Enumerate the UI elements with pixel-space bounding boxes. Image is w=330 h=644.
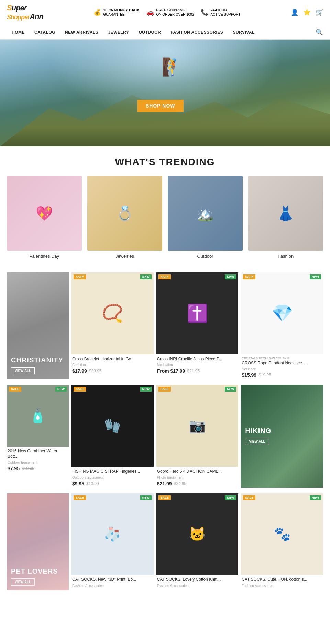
- product-cat-socks-1[interactable]: SALE NEW 🧦 CAT SOCKS. New *3D* Print. Bo…: [72, 493, 154, 590]
- sale-badge: SALE: [74, 274, 86, 279]
- product-cat-socks-3-info: CAT SOCKS. Cute, FUN, cotton s... Fashio…: [241, 575, 323, 590]
- product-cross-rope[interactable]: SALE NEW 💎 CRYSTALS FROM SWAROVSKI® CROS…: [241, 272, 323, 379]
- product-gopro-name: Gopro Hero 5 4 3 ACTION CAME...: [157, 469, 238, 474]
- pet-lovers-view-all-button[interactable]: VIEW ALL: [11, 578, 35, 586]
- product-cross-rope-prices: $15.99 $19.95: [242, 372, 322, 378]
- nav-new-arrivals[interactable]: NEW ARRIVALS: [60, 25, 103, 39]
- hero-banner: 🧗 SHOP NOW: [0, 40, 330, 146]
- trending-jewelries-img: 💍: [87, 176, 162, 251]
- product-cat-socks-1-img: SALE NEW 🧦: [72, 493, 154, 575]
- new-badge: NEW: [140, 387, 152, 392]
- header-badges: 💰 100% MONEY BACK GUARANTEE 🚗 FREE SHIPP…: [94, 8, 240, 16]
- hiking-banner[interactable]: HIKING VIEW ALL: [241, 385, 323, 487]
- christianity-view-all-button[interactable]: VIEW ALL: [11, 367, 35, 374]
- product-carabiner-info: 2016 New Carabiner Water Bott... Outdoor…: [7, 447, 69, 473]
- product-cross-bracelet-category: Christian: [72, 363, 153, 367]
- product-cat-socks-3[interactable]: SALE NEW 🐾 CAT SOCKS. Cute, FUN, cotton …: [241, 493, 323, 590]
- pet-lovers-banner-title: PET LOVERS: [11, 567, 58, 575]
- trending-fashion[interactable]: 👗 Fashion: [248, 176, 323, 259]
- shop-now-button[interactable]: SHOP NOW: [138, 100, 184, 112]
- search-icon[interactable]: 🔍: [316, 29, 323, 36]
- nav-fashion-accessories[interactable]: FASHION ACCESSORIES: [166, 25, 228, 39]
- nav-jewelry[interactable]: JEWELRY: [103, 25, 134, 39]
- product-cat-socks-3-name: CAT SOCKS. Cute, FUN, cotton s...: [242, 577, 322, 583]
- sale-badge: SALE: [243, 274, 255, 279]
- product-cross-rope-category: Necklace: [242, 367, 322, 371]
- trending-outdoor-img: 🏔️: [168, 176, 243, 251]
- shipping-line1: FREE SHIPPING: [156, 8, 194, 12]
- price-old: $10.95: [22, 466, 34, 471]
- product-carabiner-name: 2016 New Carabiner Water Bott...: [8, 449, 68, 459]
- nav-outdoor[interactable]: OUTDOOR: [134, 25, 166, 39]
- product-gopro[interactable]: SALE NEW 📷 Gopro Hero 5 4 3 ACTION CAME.…: [156, 385, 239, 487]
- product-fishing-name: FISHING MAGIC STRAP Fingerles...: [72, 469, 153, 474]
- outdoor-row: SALE NEW 🧴 2016 New Carabiner Water Bott…: [7, 385, 323, 487]
- product-fishing-info: FISHING MAGIC STRAP Fingerles... Outdoor…: [72, 467, 154, 488]
- product-gopro-img: SALE NEW 📷: [156, 385, 239, 467]
- product-cross-inri-img: SALE NEW ✝️: [156, 272, 239, 354]
- product-cross-bracelet[interactable]: SALE NEW 📿 Cross Bracelet. Horizontal in…: [72, 272, 154, 379]
- product-cross-rope-subtitle: CRYSTALS FROM SWAROVSKI®: [242, 357, 322, 360]
- sale-badge: SALE: [9, 387, 21, 392]
- trending-title: WHAT'S TRENDING: [7, 157, 323, 168]
- sale-badge: SALE: [243, 495, 255, 500]
- price-current: $21.99: [157, 481, 172, 486]
- trending-section: WHAT'S TRENDING 💖 Valentines Day 💍 Jewel…: [0, 146, 330, 262]
- trending-valentines-label: Valentines Day: [7, 253, 82, 259]
- product-cross-inri-name: Cross INRI Crucifix Jesus Piece P...: [157, 357, 238, 362]
- money-back-line1: 100% MONEY BACK: [103, 8, 140, 12]
- price-current: From $17.99: [157, 368, 185, 374]
- product-fishing-prices: $9.95 $13.99: [72, 481, 153, 486]
- trending-valentines-img: 💖: [7, 176, 82, 251]
- nav-survival[interactable]: SURVIVAL: [228, 25, 260, 39]
- product-carabiner[interactable]: SALE NEW 🧴 2016 New Carabiner Water Bott…: [7, 385, 69, 487]
- wishlist-icon[interactable]: ⭐: [303, 9, 311, 16]
- price-current: $15.99: [242, 372, 256, 378]
- new-badge: NEW: [225, 274, 236, 279]
- product-fishing[interactable]: SALE NEW 🧤 FISHING MAGIC STRAP Fingerles…: [72, 385, 154, 487]
- product-cross-inri[interactable]: SALE NEW ✝️ Cross INRI Crucifix Jesus Pi…: [156, 272, 239, 379]
- products-section: CHRISTIANITY VIEW ALL SALE NEW 📿 Cross B…: [0, 269, 330, 603]
- new-badge: NEW: [140, 274, 152, 279]
- hiking-view-all-button[interactable]: VIEW ALL: [245, 438, 269, 445]
- pet-lovers-banner[interactable]: PET LOVERS VIEW ALL: [7, 493, 69, 590]
- sale-badge: SALE: [158, 387, 171, 392]
- logo[interactable]: SuperShopperAnn: [7, 3, 43, 21]
- header: SuperShopperAnn 💰 100% MONEY BACK GUARAN…: [0, 0, 330, 25]
- sale-badge: SALE: [158, 495, 171, 500]
- product-cross-inri-info: Cross INRI Crucifix Jesus Piece P... Med…: [156, 354, 239, 375]
- cart-icon[interactable]: 🛒: [316, 9, 323, 16]
- nav-catalog[interactable]: CATALOG: [30, 25, 60, 39]
- christianity-banner-title: CHRISTIANITY: [11, 356, 63, 364]
- nav-home[interactable]: HOME: [7, 25, 30, 39]
- trending-jewelries[interactable]: 💍 Jewelries: [87, 176, 162, 259]
- price-current: $7.95: [8, 466, 20, 471]
- sale-badge: SALE: [74, 387, 86, 392]
- account-icon[interactable]: 👤: [291, 9, 298, 16]
- money-back-badge: 💰 100% MONEY BACK GUARANTEE: [94, 8, 140, 16]
- christianity-banner[interactable]: CHRISTIANITY VIEW ALL: [7, 272, 69, 379]
- product-cat-socks-3-category: Fashion Accessories: [242, 584, 322, 588]
- header-icons: 👤 ⭐ 🛒: [291, 9, 323, 16]
- new-badge: NEW: [310, 495, 321, 500]
- product-cat-socks-2[interactable]: SALE NEW 🐱 CAT SOCKS. Lovely Cotton Knit…: [156, 493, 239, 590]
- price-old: $21.95: [187, 369, 200, 373]
- support-badge: 📞 24-HOUR ACTIVE SUPPORT: [201, 8, 240, 16]
- christianity-row: CHRISTIANITY VIEW ALL SALE NEW 📿 Cross B…: [7, 272, 323, 379]
- trending-outdoor[interactable]: 🏔️ Outdoor: [168, 176, 243, 259]
- new-badge: NEW: [225, 495, 236, 500]
- product-cat-socks-1-info: CAT SOCKS. New *3D* Print. Bo... Fashion…: [72, 575, 154, 590]
- money-icon: 💰: [94, 9, 101, 16]
- product-gopro-prices: $21.99 $24.95: [157, 481, 238, 486]
- product-cross-bracelet-info: Cross Bracelet. Horizontal in Go... Chri…: [72, 354, 154, 375]
- trending-valentines[interactable]: 💖 Valentines Day: [7, 176, 82, 259]
- product-carabiner-prices: $7.95 $10.95: [8, 466, 68, 471]
- shipping-badge: 🚗 FREE SHIPPING ON ORDER OVER 100$: [146, 8, 194, 16]
- product-cat-socks-3-img: SALE NEW 🐾: [241, 493, 323, 575]
- product-cross-rope-name: CROSS Rope Pendant Necklace ...: [242, 361, 322, 366]
- support-line1: 24-HOUR: [210, 8, 240, 12]
- car-icon: 🚗: [146, 9, 154, 16]
- shipping-line2: ON ORDER OVER 100$: [156, 13, 194, 16]
- new-badge: NEW: [310, 274, 321, 279]
- product-cat-socks-2-category: Fashion Accessories: [157, 584, 238, 588]
